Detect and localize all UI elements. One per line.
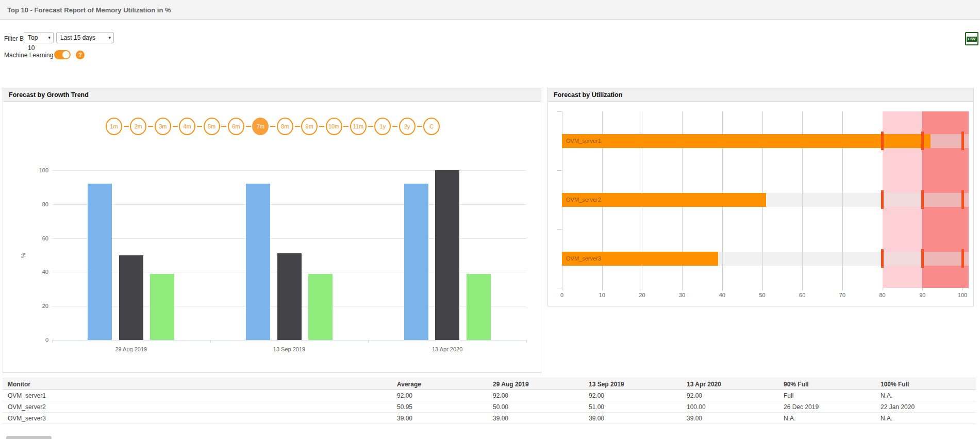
x-tick-label: 30 [674,292,690,298]
table-cell: 50.00 [488,403,584,411]
table-cell: 22 Jan 2020 [875,403,976,411]
toggle-knob [62,51,70,58]
y-axis-tick [557,170,562,171]
y-tick-label: 60 [29,235,48,241]
x-axis-tick [526,340,527,343]
range-button-2y[interactable]: 2y [399,118,416,135]
x-tick-label: 10 [594,292,610,298]
y-axis-title: % [20,253,26,258]
bar-OVM_server1[interactable] [404,184,428,340]
range-button-9m[interactable]: 9m [301,118,318,135]
top-n-select[interactable]: Top 10 ▾ [24,32,54,43]
utilization-panel-header: Forecast by Utilization [548,88,973,102]
chevron-down-icon: ▾ [108,32,111,43]
csv-export-icon-label: CSV [967,37,977,42]
monitors-table: MonitorAverage29 Aug 201913 Sep 201913 A… [3,379,976,424]
x-tick-label: 20 [634,292,650,298]
bar-OVM_server3[interactable] [467,274,491,340]
top-n-select-value: Top 10 [28,34,38,52]
x-tick-label: 60 [794,292,810,298]
bullet-bar-OVM_server3[interactable]: OVM_server3 [562,252,718,266]
x-axis-tick [642,288,642,290]
x-tick-label: 80 [875,292,890,298]
utilization-panel: Forecast by Utilization 0102030405060708… [547,88,974,306]
range-connector [392,126,397,127]
range-connector [173,126,178,127]
growth-trend-panel: Forecast by Growth Trend 1m2m3m4m5m6m7m8… [3,88,541,373]
x-tick-label: 50 [755,292,770,298]
period-select[interactable]: Last 15 days ▾ [56,32,114,43]
range-button-1m[interactable]: 1m [106,118,122,135]
range-button-C[interactable]: C [423,118,440,135]
x-tick-label: 40 [715,292,730,298]
bar-OVM_server3[interactable] [308,274,333,340]
target-marker-100 [961,190,964,209]
table-row-OVM_server1: OVM_server192.0092.0092.0092.00FullN.A. [3,390,976,401]
table-cell: OVM_server2 [3,403,392,411]
table-cell: N.A. [875,415,976,422]
range-button-6m[interactable]: 6m [228,118,244,135]
x-tick-label: 0 [554,292,570,298]
x-axis-tick [883,288,883,290]
x-axis-tick [842,288,843,290]
target-marker-90 [921,190,924,209]
growth-panel-header: Forecast by Growth Trend [3,88,541,102]
range-button-10m[interactable]: 10m [326,118,342,135]
range-connector [368,126,373,127]
table-cell: OVM_server3 [3,415,392,422]
bullet-bar-OVM_server2[interactable]: OVM_server2 [562,193,766,207]
y-tick-label: 20 [29,303,48,309]
range-button-3m[interactable]: 3m [155,118,171,135]
csv-export-icon[interactable]: CSV [965,32,978,45]
machine-learning-toggle[interactable] [54,50,71,59]
table-header-cell: 13 Sep 2019 [584,381,682,388]
range-connector [319,126,324,127]
table-cell: 51.00 [584,403,682,411]
y-axis-tick [557,288,562,288]
range-button-1y[interactable]: 1y [374,118,391,135]
bullet-bar-OVM_server1[interactable]: OVM_server1 [562,134,931,148]
horizontal-scrollbar-thumb[interactable] [6,436,52,439]
target-marker-90 [921,249,924,268]
x-axis-tick [962,288,963,290]
page-title: Top 10 - Forecast Report of Memory Utili… [7,6,171,14]
range-connector [295,126,300,127]
category-label: 13 Sep 2019 [258,346,320,352]
bullet-bar-label: OVM_server1 [566,138,601,144]
y-tick-label: 40 [29,269,48,275]
table-cell: Full [778,392,875,399]
bullet-bar-label: OVM_server2 [566,197,601,203]
bar-OVM_server3[interactable] [150,274,174,340]
x-tick-label: 90 [915,292,930,298]
table-cell: OVM_server1 [3,392,392,399]
y-tick-label: 100 [29,167,48,173]
range-connector [343,126,348,127]
help-icon[interactable]: ? [76,51,85,59]
range-button-4m[interactable]: 4m [179,118,195,135]
table-row-OVM_server2: OVM_server250.9550.0051.00100.0026 Dec 2… [3,401,976,413]
range-connector [148,126,153,127]
target-marker-90 [921,132,924,150]
range-button-5m[interactable]: 5m [204,118,220,135]
table-header-cell: 13 Apr 2020 [682,381,778,388]
machine-learning-label: Machine Learning [4,52,53,59]
range-button-11m[interactable]: 11m [350,118,367,135]
bar-OVM_server2[interactable] [277,253,302,340]
bar-OVM_server2[interactable] [119,255,143,340]
range-connector [197,126,202,127]
table-cell: 39.00 [488,415,584,422]
bar-OVM_server2[interactable] [435,170,459,340]
table-cell: 92.00 [584,392,682,399]
bar-OVM_server1[interactable] [88,184,112,340]
x-axis-tick [368,340,369,343]
report-page: Top 10 - Forecast Report of Memory Utili… [0,0,980,439]
bar-OVM_server1[interactable] [246,184,270,340]
range-connector [417,126,422,127]
table-header-cell: 100% Full [875,381,976,388]
range-button-2m[interactable]: 2m [130,118,146,135]
range-button-7m[interactable]: 7m [252,118,269,135]
page-header: Top 10 - Forecast Report of Memory Utili… [0,0,980,20]
range-button-8m[interactable]: 8m [277,118,293,135]
target-marker-100 [961,132,964,150]
period-select-value: Last 15 days [60,34,95,41]
